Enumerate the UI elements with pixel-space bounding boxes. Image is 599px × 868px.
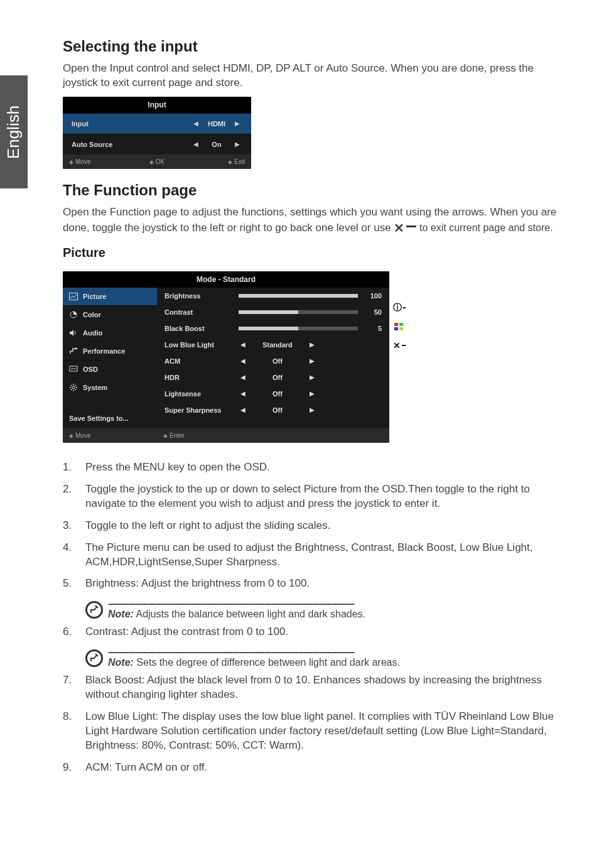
picture-subheading: Picture — [63, 246, 561, 260]
setting-contrast[interactable]: Contrast50 — [157, 304, 389, 320]
menu-item-color[interactable]: Color — [63, 306, 157, 324]
note-brightness: ----------------------------------------… — [85, 599, 561, 620]
right-arrow-icon[interactable]: ▶ — [308, 341, 316, 348]
note-text: Sets the degree of difference between li… — [134, 657, 400, 668]
left-arrow-icon[interactable]: ◀ — [191, 141, 201, 148]
joystick-icon: ◈ — [228, 159, 232, 165]
menu-item-system[interactable]: System — [63, 379, 157, 397]
left-arrow-icon[interactable]: ◀ — [239, 374, 247, 381]
right-arrow-icon[interactable]: ▶ — [308, 374, 316, 381]
exit-icon: ✕ — [394, 220, 416, 237]
step-8: 8.Low Blue Light: The display uses the l… — [63, 710, 561, 753]
setting-value: Standard — [252, 341, 303, 349]
step-4: 4.The Picture menu can be used to adjust… — [63, 541, 561, 570]
function-page-heading: The Function page — [63, 182, 561, 199]
osd-input-panel: Input Input ◀ HDMI ▶ Auto Source ◀ On ▶ … — [63, 97, 251, 169]
step-3: 3.Toggle to the left or right to adjust … — [63, 519, 561, 533]
svg-line-14 — [75, 385, 77, 386]
left-arrow-icon[interactable]: ◀ — [239, 390, 247, 397]
svg-marker-2 — [70, 330, 73, 336]
menu-label: Color — [83, 311, 101, 318]
step-5: 5.Brightness: Adjust the brightness from… — [63, 577, 561, 591]
svg-point-6 — [72, 386, 75, 389]
left-arrow-icon[interactable]: ◀ — [239, 406, 247, 413]
audio-icon — [69, 329, 78, 337]
note-label: Note: — [108, 609, 134, 619]
setting-label: Contrast — [165, 308, 234, 316]
joystick-icon: ◈ — [163, 433, 168, 439]
menu-save-settings[interactable]: Save Settings to... — [63, 408, 157, 428]
footer-move: ◈Move — [69, 158, 127, 165]
setting-label: HDR — [165, 374, 234, 381]
gear-icon — [69, 384, 78, 391]
setting-label: ACM — [165, 357, 234, 365]
menu-item-performance[interactable]: Performance — [63, 342, 157, 361]
slider-bar[interactable] — [239, 294, 358, 298]
svg-rect-15 — [394, 323, 398, 326]
performance-icon — [69, 347, 78, 355]
note-divider: ----------------------------------------… — [108, 599, 561, 609]
setting-blackboost[interactable]: Black Boost5 — [157, 320, 389, 337]
picture-icon — [69, 293, 78, 300]
joystick-icon: ◈ — [69, 159, 73, 165]
note-contrast: ----------------------------------------… — [85, 647, 561, 668]
svg-line-11 — [71, 385, 72, 386]
note-label: Note: — [108, 657, 134, 668]
setting-value: 5 — [363, 325, 382, 332]
slider-bar[interactable] — [239, 327, 358, 330]
color-icon — [69, 311, 78, 318]
setting-acm[interactable]: ACM◀Off▶ — [157, 353, 389, 369]
menu-label: Picture — [83, 293, 106, 300]
right-arrow-icon[interactable]: ▶ — [308, 357, 316, 364]
steps-list: 6.Contrast: Adjust the contrast from 0 t… — [63, 625, 561, 639]
setting-label: Low Blue Light — [165, 341, 234, 349]
right-arrow-icon[interactable]: ▶ — [308, 390, 316, 397]
setting-value: Off — [252, 374, 303, 381]
svg-line-13 — [71, 389, 72, 390]
setting-lowbluelight[interactable]: Low Blue Light◀Standard▶ — [157, 337, 389, 353]
svg-rect-17 — [394, 327, 398, 330]
setting-brightness[interactable]: Brightness100 — [157, 288, 389, 304]
info-icon[interactable]: ⓘ — [393, 303, 406, 313]
step-7: 7.Black Boost: Adjust the black level fr… — [63, 673, 561, 702]
footer-move: ◈Move — [69, 432, 163, 439]
joystick-icon: ◈ — [149, 159, 154, 165]
left-arrow-icon[interactable]: ◀ — [239, 357, 247, 364]
svg-line-12 — [75, 389, 77, 390]
left-arrow-icon[interactable]: ◀ — [191, 120, 201, 127]
right-arrow-icon[interactable]: ▶ — [308, 406, 316, 413]
right-arrow-icon[interactable]: ▶ — [232, 120, 242, 127]
left-arrow-icon[interactable]: ◀ — [239, 341, 247, 348]
note-text: Adjusts the balance between light and da… — [134, 609, 365, 619]
right-arrow-icon[interactable]: ▶ — [232, 141, 242, 148]
osd-picture-header: Mode - Standard — [63, 271, 389, 288]
setting-hdr[interactable]: HDR◀Off▶ — [157, 369, 389, 386]
svg-marker-3 — [75, 347, 78, 350]
osd-picture-panel: Mode - Standard Picture Color Audio Perf… — [63, 271, 389, 443]
grid-icon[interactable] — [393, 322, 406, 332]
menu-item-osd[interactable]: OSD — [63, 361, 157, 379]
osd-row-value: On — [201, 141, 232, 148]
footer-exit: ◈Exit — [186, 158, 245, 165]
joystick-icon: ◈ — [69, 433, 73, 439]
setting-value: Off — [252, 406, 303, 414]
setting-lightsense[interactable]: Lightsense◀Off▶ — [157, 386, 389, 402]
setting-label: Super Sharpness — [165, 406, 234, 414]
menu-item-audio[interactable]: Audio — [63, 324, 157, 342]
setting-supersharpness[interactable]: Super Sharpness◀Off▶ — [157, 402, 389, 418]
osd-row-autosource[interactable]: Auto Source ◀ On ▶ — [63, 134, 251, 155]
setting-value: Off — [252, 390, 303, 398]
osd-row-label: Auto Source — [72, 141, 191, 148]
close-icon[interactable]: ✕ — [393, 340, 406, 350]
setting-value: 100 — [363, 292, 382, 300]
svg-rect-16 — [399, 323, 403, 326]
osd-picture-footer: ◈Move ◈Enter — [63, 428, 389, 443]
svg-rect-18 — [399, 327, 403, 330]
setting-value: Off — [252, 357, 303, 365]
osd-row-input[interactable]: Input ◀ HDMI ▶ — [63, 113, 251, 134]
menu-item-picture[interactable]: Picture — [63, 288, 157, 306]
note-icon — [85, 649, 103, 667]
osd-icon — [69, 366, 78, 373]
slider-bar[interactable] — [239, 310, 358, 314]
footer-ok: ◈OK — [127, 158, 186, 165]
